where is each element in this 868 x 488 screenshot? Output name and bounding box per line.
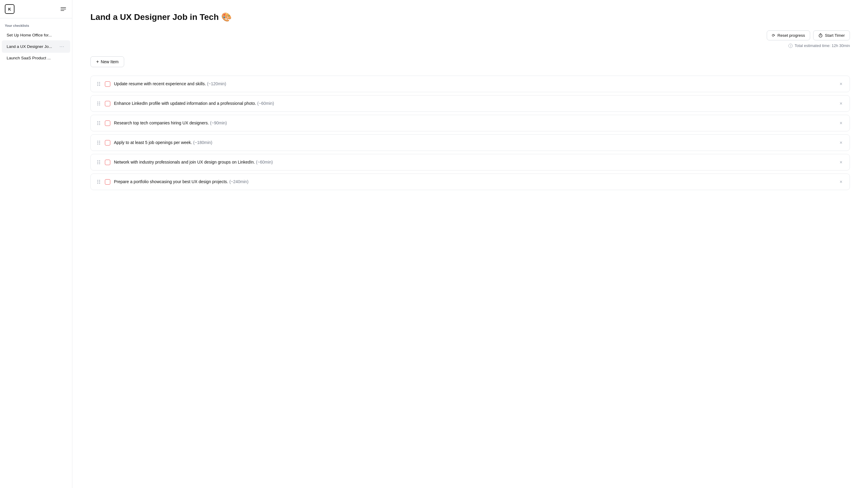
new-item-label: New Item: [101, 59, 119, 64]
sidebar-section-title: Your checklists: [0, 19, 72, 30]
checklist-item: Enhance LinkedIn profile with updated in…: [90, 95, 850, 112]
drag-handle[interactable]: [96, 121, 101, 126]
item-text: Update resume with recent experience and…: [114, 81, 834, 87]
item-time: (~90min): [210, 121, 227, 125]
item-time: (~60min): [257, 101, 274, 106]
item-text: Prepare a portfolio showcasing your best…: [114, 178, 834, 185]
sidebar-items-list: Set Up Home Office for... Land a UX Desi…: [0, 30, 72, 63]
drag-handle[interactable]: [96, 82, 101, 87]
page-title: Land a UX Designer Job in Tech 🎨: [90, 12, 850, 22]
item-main-text: Enhance LinkedIn profile with updated in…: [114, 101, 256, 106]
main-content: Land a UX Designer Job in Tech 🎨 ⟳ Reset…: [72, 0, 868, 488]
timer-label: Start Timer: [825, 33, 845, 38]
sidebar-item-saas-product[interactable]: Launch SaaS Product ...: [2, 53, 70, 63]
checkbox[interactable]: [105, 179, 110, 185]
page-title-emoji: 🎨: [221, 12, 232, 22]
remove-item-button[interactable]: ×: [838, 120, 844, 126]
item-time: (~180min): [193, 140, 212, 145]
drag-handle[interactable]: [96, 140, 101, 145]
new-item-button[interactable]: + New Item: [90, 56, 124, 67]
item-time: (~240min): [229, 179, 248, 184]
start-timer-button[interactable]: Start Timer: [813, 30, 850, 40]
item-main-text: Prepare a portfolio showcasing your best…: [114, 179, 228, 184]
sidebar-item-ux-designer[interactable]: Land a UX Designer Jo... ⋯: [2, 40, 70, 53]
item-time: (~120min): [207, 82, 226, 86]
estimated-time-text: Total estimated time: 12h 30min: [795, 43, 850, 48]
checklist-item: Network with industry professionals and …: [90, 154, 850, 170]
sidebar-item-label: Set Up Home Office for...: [7, 33, 65, 37]
item-text: Network with industry professionals and …: [114, 159, 834, 165]
sidebar-item-label: Land a UX Designer Jo...: [7, 44, 58, 49]
info-icon: i: [788, 44, 793, 48]
checkbox[interactable]: [105, 140, 110, 145]
checklist-item: Apply to at least 5 job openings per wee…: [90, 134, 850, 151]
toolbar: ⟳ Reset progress Start Timer: [90, 30, 850, 40]
drag-handle[interactable]: [96, 160, 101, 165]
reset-label: Reset progress: [777, 33, 805, 38]
drag-handle[interactable]: [96, 179, 101, 184]
reset-icon: ⟳: [772, 33, 775, 38]
reset-progress-button[interactable]: ⟳ Reset progress: [767, 30, 810, 40]
sidebar-item-menu-icon[interactable]: ⋯: [58, 43, 65, 50]
checklist-items-list: Update resume with recent experience and…: [90, 76, 850, 190]
estimated-time: i Total estimated time: 12h 30min: [90, 43, 850, 48]
item-text: Research top tech companies hiring UX de…: [114, 120, 834, 126]
remove-item-button[interactable]: ×: [838, 159, 844, 165]
remove-item-button[interactable]: ×: [838, 101, 844, 107]
remove-item-button[interactable]: ×: [838, 140, 844, 146]
sidebar: K Your checklists Set Up Home Office for…: [0, 0, 72, 488]
remove-item-button[interactable]: ×: [838, 81, 844, 87]
checklist-item: Update resume with recent experience and…: [90, 76, 850, 92]
checkbox[interactable]: [105, 160, 110, 165]
checkbox[interactable]: [105, 121, 110, 126]
page-title-text: Land a UX Designer Job in Tech: [90, 12, 219, 22]
plus-icon: +: [96, 59, 99, 64]
item-text: Enhance LinkedIn profile with updated in…: [114, 100, 834, 107]
sidebar-item-home-office[interactable]: Set Up Home Office for...: [2, 30, 70, 40]
item-main-text: Update resume with recent experience and…: [114, 82, 206, 86]
checkbox[interactable]: [105, 101, 110, 106]
item-time: (~60min): [256, 160, 273, 164]
timer-icon: [818, 33, 823, 38]
sidebar-menu-button[interactable]: [59, 6, 67, 12]
checklist-item: Research top tech companies hiring UX de…: [90, 115, 850, 131]
item-main-text: Research top tech companies hiring UX de…: [114, 121, 209, 125]
remove-item-button[interactable]: ×: [838, 179, 844, 185]
sidebar-header: K: [0, 0, 72, 19]
drag-handle[interactable]: [96, 101, 101, 106]
checklist-item: Prepare a portfolio showcasing your best…: [90, 173, 850, 190]
item-text: Apply to at least 5 job openings per wee…: [114, 139, 834, 146]
logo-icon: K: [5, 4, 14, 14]
item-main-text: Apply to at least 5 job openings per wee…: [114, 140, 192, 145]
item-main-text: Network with industry professionals and …: [114, 160, 255, 164]
sidebar-item-label: Launch SaaS Product ...: [7, 56, 65, 60]
checkbox[interactable]: [105, 82, 110, 87]
